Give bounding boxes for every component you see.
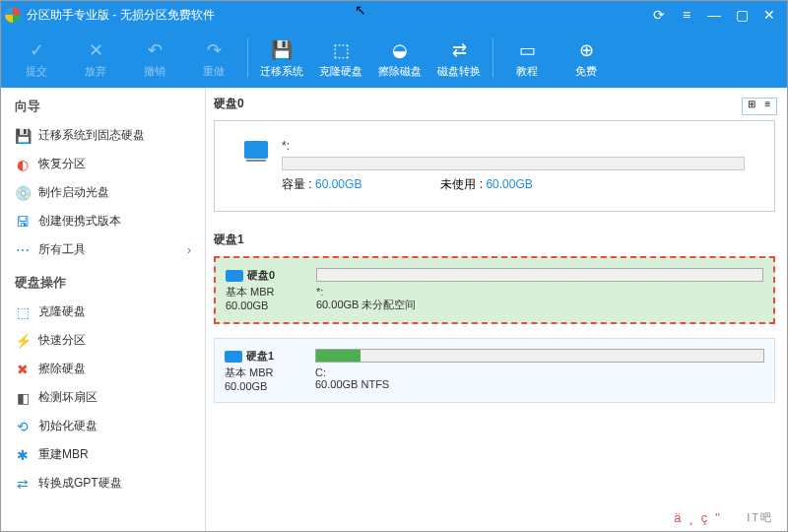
sidebar-icon: ⋯ xyxy=(15,242,31,258)
disk-layout-硬盘1[interactable]: 硬盘1 基本 MBR 60.00GB C: 60.00GB NTFS xyxy=(214,338,775,403)
sidebar-item-克隆硬盘[interactable]: ⬚克隆硬盘 xyxy=(1,298,205,326)
toolbar-重做: ↷重做 xyxy=(184,38,243,79)
disk1-title: 硬盘1 xyxy=(214,232,775,248)
toolbar-icon: 💾 xyxy=(270,38,294,62)
sidebar-item-创建便携式版本[interactable]: 🖫创建便携式版本 xyxy=(1,207,205,235)
sidebar-group-diskops: 硬盘操作 xyxy=(1,264,205,298)
toolbar-icon: ✓ xyxy=(25,38,48,62)
partition-bar[interactable] xyxy=(316,268,763,282)
toolbar-撤销: ↶撤销 xyxy=(125,38,184,79)
sidebar-icon: ⟲ xyxy=(15,419,31,434)
sidebar-icon: ✖ xyxy=(15,362,31,377)
disk-meta: 硬盘1 基本 MBR 60.00GB xyxy=(225,349,303,392)
disk-icon xyxy=(244,141,268,159)
sidebar-icon: ✱ xyxy=(15,447,31,463)
sidebar-icon: ◐ xyxy=(15,157,31,172)
sidebar-item-检测坏扇区[interactable]: ◧检测坏扇区 xyxy=(1,383,205,412)
footer-symbols: ä¸­ç" xyxy=(674,510,728,525)
window-title: 分区助手专业版 - 无损分区免费软件 xyxy=(27,7,215,24)
disk-layout-硬盘0[interactable]: 硬盘0 基本 MBR 60.00GB *: 60.00GB 未分配空间 xyxy=(214,256,775,324)
disk0-name: *: xyxy=(282,139,745,153)
sidebar-label: 克隆硬盘 xyxy=(38,303,86,320)
view-toggle[interactable]: ⊞≡ xyxy=(742,98,777,115)
titlebar: 分区助手专业版 - 无损分区免费软件 ⟳ ≡ — ▢ ✕ xyxy=(1,1,787,29)
toolbar-教程[interactable]: ▭教程 xyxy=(497,38,557,79)
sidebar-item-迁移系统到固态硬盘[interactable]: 💾迁移系统到固态硬盘 xyxy=(1,121,205,150)
toolbar-label: 提交 xyxy=(26,64,47,79)
refresh-icon[interactable]: ⟳ xyxy=(645,1,673,29)
sidebar-item-快速分区[interactable]: ⚡快速分区 xyxy=(1,326,205,355)
toolbar-icon: ↶ xyxy=(143,38,166,62)
sidebar-icon: ⚡ xyxy=(15,333,31,349)
close-icon[interactable]: ✕ xyxy=(755,1,783,29)
sidebar-label: 检测坏扇区 xyxy=(38,389,98,406)
menu-icon[interactable]: ≡ xyxy=(673,1,700,29)
maximize-icon[interactable]: ▢ xyxy=(728,1,755,29)
sidebar-item-制作启动光盘[interactable]: 💿制作启动光盘 xyxy=(1,178,205,207)
partition-desc: 60.00GB NTFS xyxy=(315,378,764,390)
toolbar-icon: ⊕ xyxy=(574,38,598,62)
sidebar-item-重建MBR[interactable]: ✱重建MBR xyxy=(1,440,205,469)
sidebar-icon: ◧ xyxy=(15,390,31,406)
toolbar-磁盘转换[interactable]: ⇄磁盘转换 xyxy=(429,38,489,79)
disk0-unused: 未使用 : 60.00GB xyxy=(440,176,532,193)
sidebar-item-擦除硬盘[interactable]: ✖擦除硬盘 xyxy=(1,355,205,383)
sidebar-label: 创建便携式版本 xyxy=(38,213,121,230)
sidebar-label: 恢复分区 xyxy=(38,156,86,172)
sidebar-icon: 💿 xyxy=(15,185,31,201)
disk-meta: 硬盘0 基本 MBR 60.00GB xyxy=(226,268,304,312)
disk0-section: 硬盘0 *: 容量 : 60.00GB 未使用 : 60.00GB xyxy=(214,96,775,212)
disk0-capacity: 容量 : 60.00GB xyxy=(282,176,361,193)
sidebar-label: 制作启动光盘 xyxy=(38,184,109,201)
toolbar-label: 教程 xyxy=(516,64,538,79)
sidebar-item-恢复分区[interactable]: ◐恢复分区 xyxy=(1,150,205,178)
partition-area: *: 60.00GB 未分配空间 xyxy=(316,268,763,312)
toolbar-icon: ▭ xyxy=(515,38,539,62)
sidebar-label: 快速分区 xyxy=(38,332,86,349)
disk-icon xyxy=(225,351,242,363)
toolbar-label: 撤销 xyxy=(144,64,165,79)
toolbar-icon: ⬚ xyxy=(329,38,353,62)
chevron-right-icon: › xyxy=(187,243,191,257)
disk-icon xyxy=(226,270,243,282)
toolbar-放弃: ✕放弃 xyxy=(66,38,125,79)
sidebar-item-转换成GPT硬盘[interactable]: ⇄转换成GPT硬盘 xyxy=(1,469,205,498)
sidebar-item-初始化硬盘[interactable]: ⟲初始化硬盘 xyxy=(1,412,205,440)
sidebar-label: 转换成GPT硬盘 xyxy=(38,475,122,492)
toolbar-label: 免费 xyxy=(575,64,597,79)
partition-area: C: 60.00GB NTFS xyxy=(315,349,764,392)
disk1-section: 硬盘1 硬盘0 基本 MBR 60.00GB *: 60.00GB 未分配空间 … xyxy=(214,232,775,403)
sidebar-label: 擦除硬盘 xyxy=(38,361,86,377)
toolbar-label: 迁移系统 xyxy=(260,64,303,79)
sidebar-icon: ⇄ xyxy=(15,476,31,492)
sidebar-group-wizard: 向导 xyxy=(1,88,205,121)
sidebar-icon: 💾 xyxy=(15,128,31,144)
toolbar-免费[interactable]: ⊕免费 xyxy=(557,38,616,79)
content: ⊞≡ 硬盘0 *: 容量 : 60.00GB 未使用 : 60.00GB xyxy=(206,88,787,531)
minimize-icon[interactable]: — xyxy=(700,1,728,29)
sidebar-label: 所有工具 xyxy=(38,241,86,258)
toolbar-迁移系统[interactable]: 💾迁移系统 xyxy=(252,38,311,79)
sidebar-icon: 🖫 xyxy=(15,214,31,230)
watermark: IT吧 xyxy=(747,510,773,525)
partition-bar[interactable] xyxy=(315,349,764,363)
sidebar-label: 迁移系统到固态硬盘 xyxy=(38,127,145,144)
toolbar-提交: ✓提交 xyxy=(7,38,66,79)
toolbar-label: 擦除磁盘 xyxy=(378,64,422,79)
sidebar-icon: ⬚ xyxy=(15,304,31,320)
partition-desc: 60.00GB 未分配空间 xyxy=(316,298,763,312)
toolbar-擦除磁盘[interactable]: ◒擦除磁盘 xyxy=(370,38,429,79)
sidebar-label: 重建MBR xyxy=(38,446,89,463)
toolbar-icon: ✕ xyxy=(84,38,107,62)
app-icon xyxy=(5,7,21,23)
toolbar-克隆硬盘[interactable]: ⬚克隆硬盘 xyxy=(311,38,370,79)
toolbar-icon: ⇄ xyxy=(447,38,471,62)
disk0-title: 硬盘0 xyxy=(214,96,775,112)
partition-name: C: xyxy=(315,366,764,378)
sidebar: 向导 💾迁移系统到固态硬盘◐恢复分区💿制作启动光盘🖫创建便携式版本⋯所有工具› … xyxy=(1,88,206,531)
sidebar-item-所有工具[interactable]: ⋯所有工具› xyxy=(1,235,205,264)
disk0-box[interactable]: *: 容量 : 60.00GB 未使用 : 60.00GB xyxy=(214,120,775,212)
toolbar: ✓提交✕放弃↶撤销↷重做💾迁移系统⬚克隆硬盘◒擦除磁盘⇄磁盘转换▭教程⊕免费 xyxy=(1,29,787,88)
toolbar-icon: ◒ xyxy=(388,38,412,62)
toolbar-label: 磁盘转换 xyxy=(437,64,481,79)
